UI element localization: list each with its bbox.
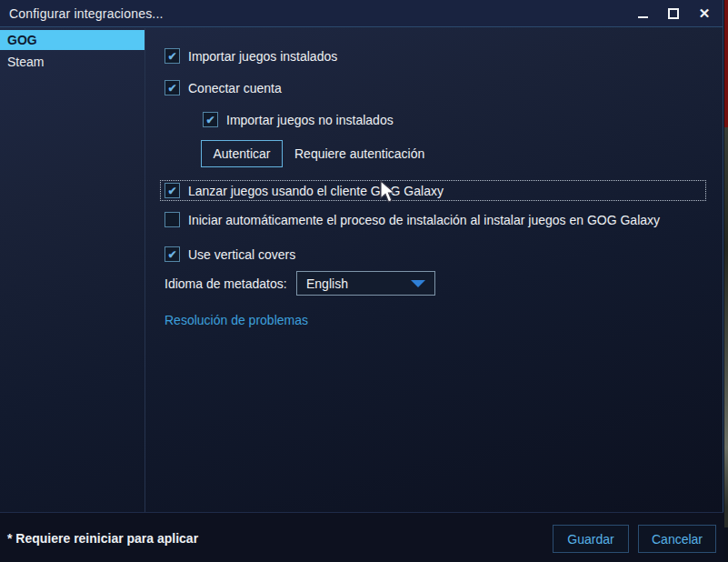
save-button[interactable]: Guardar: [553, 525, 629, 553]
import-uninstalled-row: ✔ Importar juegos no instalados: [203, 112, 394, 127]
integrations-sidebar: GOG Steam: [0, 28, 145, 512]
check-icon: ✔: [167, 83, 176, 94]
launch-via-galaxy-row: ✔ Lanzar juegos usando el cliente GOG Ga…: [160, 180, 706, 201]
checkbox-auto-install[interactable]: [165, 212, 180, 227]
checkbox-import-installed[interactable]: ✔: [165, 48, 180, 64]
close-icon: ✕: [699, 5, 711, 22]
window-controls: ✕: [635, 0, 712, 27]
screen: Configurar integraciones... ✕ GOG Steam …: [0, 0, 728, 562]
background-gray-texture: [724, 127, 728, 527]
background-red-banner: [724, 0, 728, 127]
import-installed-row: ✔ Importar juegos instalados: [165, 48, 337, 64]
dialog-title: Configurar integraciones...: [0, 6, 164, 21]
sidebar-item-gog[interactable]: GOG: [0, 30, 145, 50]
gog-settings-panel: ✔ Importar juegos instalados ✔ Conectar …: [146, 28, 723, 512]
metadata-language-label: Idioma de metadatos:: [165, 276, 287, 291]
check-icon: ✔: [205, 115, 214, 125]
background-app-strip: [724, 0, 728, 562]
connect-account-row: ✔ Conectar cuenta: [165, 80, 282, 95]
troubleshooting-link[interactable]: Resolución de problemas: [165, 313, 308, 327]
check-icon: ✔: [167, 186, 176, 196]
configure-integrations-dialog: Configurar integraciones... ✕ GOG Steam …: [0, 0, 723, 562]
checkbox-label: Importar juegos instalados: [188, 49, 337, 64]
dialog-footer: * Requiere reiniciar para aplicar Guarda…: [0, 512, 723, 562]
checkbox-label: Conectar cuenta: [188, 81, 282, 95]
metadata-language-value: English: [306, 276, 411, 291]
close-button[interactable]: ✕: [697, 6, 712, 21]
checkbox-label: Importar juegos no instalados: [226, 113, 394, 127]
sidebar-item-label: GOG: [7, 33, 37, 47]
titlebar[interactable]: Configurar integraciones... ✕: [0, 0, 723, 27]
checkbox-label: Lanzar juegos usando el cliente GOG Gala…: [188, 184, 444, 198]
maximize-button[interactable]: [666, 6, 681, 21]
checkbox-import-uninstalled[interactable]: ✔: [203, 112, 218, 127]
authenticate-button[interactable]: Autenticar: [201, 140, 283, 167]
background-dark-bottom: [724, 527, 728, 562]
checkbox-vertical-covers[interactable]: ✔: [165, 246, 180, 262]
minimize-icon: [638, 16, 648, 18]
sidebar-item-steam[interactable]: Steam: [0, 52, 145, 72]
checkbox-label: Iniciar automáticamente el proceso de in…: [188, 213, 660, 227]
check-icon: ✔: [167, 249, 176, 260]
vertical-covers-row: ✔ Use vertical covers: [165, 246, 295, 262]
check-icon: ✔: [167, 51, 176, 62]
restart-required-note: * Requiere reiniciar para aplicar: [7, 531, 198, 546]
auth-required-note: Requiere autenticación: [294, 140, 424, 167]
cancel-button[interactable]: Cancelar: [638, 525, 716, 553]
metadata-language-row: Idioma de metadatos:: [165, 276, 287, 291]
checkbox-launch-via-galaxy[interactable]: ✔: [165, 183, 180, 198]
maximize-icon: [668, 8, 679, 19]
checkbox-label: Use vertical covers: [188, 247, 295, 262]
checkbox-connect-account[interactable]: ✔: [165, 80, 180, 95]
sidebar-item-label: Steam: [7, 55, 44, 69]
chevron-down-icon: [411, 280, 425, 287]
metadata-language-select[interactable]: English: [296, 271, 435, 296]
auto-install-row: Iniciar automáticamente el proceso de in…: [165, 212, 660, 227]
minimize-button[interactable]: [635, 6, 650, 21]
